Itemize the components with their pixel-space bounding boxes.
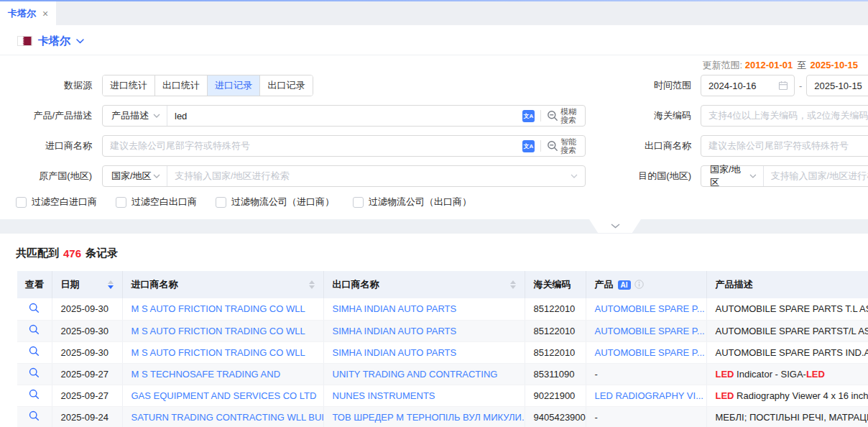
info-icon[interactable] bbox=[634, 280, 644, 289]
collapse-filters-button[interactable] bbox=[589, 219, 641, 233]
exporter-cell: UNITY TRADING AND CONTRACTING bbox=[323, 363, 525, 385]
update-range: 更新范围: 2012-01-01 至 2025-10-15 bbox=[0, 59, 868, 72]
importer-link[interactable]: SATURN TRADING CONTRACTING WLL BUI... bbox=[131, 412, 324, 423]
sort-date-button[interactable] bbox=[108, 280, 114, 289]
importer-link[interactable]: M S TECHNOSAFE TRADING AND bbox=[131, 369, 281, 380]
product-desc-cell: AUTOMOBILE SPARE PARTS T.L ASSY ... bbox=[706, 298, 868, 320]
table-row: 2025-09-27 M S TECHNOSAFE TRADING AND UN… bbox=[17, 363, 868, 385]
checkbox-filter-logistics-importer[interactable]: 过滤物流公司（进口商） bbox=[216, 196, 334, 208]
product-cell: AUTOMOBILE SPARE P... bbox=[586, 320, 706, 341]
product-cell: LED RADIOGRAPHY VI... bbox=[586, 385, 706, 406]
suffix-divider bbox=[540, 140, 541, 152]
hs-code-label: 海关编码 bbox=[586, 109, 691, 122]
checkbox-icon[interactable] bbox=[116, 197, 126, 208]
exporter-link[interactable]: SIMHA INDIAN AUTO PARTS bbox=[333, 303, 457, 314]
magnifier-icon bbox=[29, 367, 40, 378]
product-cell: - bbox=[586, 363, 706, 385]
table-row: 2025-09-24 SATURN TRADING CONTRACTING WL… bbox=[17, 406, 868, 427]
view-record-button[interactable] bbox=[29, 303, 40, 313]
exporter-cell: SIMHA INDIAN AUTO PARTS bbox=[323, 298, 525, 320]
chevron-down-icon[interactable] bbox=[571, 174, 578, 178]
translate-icon[interactable]: 文A bbox=[522, 110, 535, 122]
exporter-link[interactable]: NUNES INSTRUMENTS bbox=[333, 390, 435, 401]
exporter-link[interactable]: SIMHA INDIAN AUTO PARTS bbox=[333, 347, 457, 358]
fuzzy-search-button[interactable]: 模糊搜索 bbox=[547, 107, 578, 124]
button-import-stats[interactable]: 进口统计 bbox=[103, 75, 155, 96]
sort-importer-button[interactable] bbox=[309, 280, 315, 289]
importer-cell: M S AUTO FRICTION TRADING CO WLL bbox=[122, 341, 323, 363]
product-empty-value: - bbox=[595, 412, 598, 423]
importer-link[interactable]: M S AUTO FRICTION TRADING CO WLL bbox=[131, 347, 305, 358]
view-record-button[interactable] bbox=[29, 389, 40, 400]
update-range-to-word: 至 bbox=[797, 60, 806, 70]
view-record-button[interactable] bbox=[29, 410, 40, 421]
table-row: 2025-09-27 GAS EQUIPMENT AND SERVICES CO… bbox=[17, 385, 868, 406]
sort-exporter-button[interactable] bbox=[510, 280, 516, 289]
origin-search-input[interactable]: 支持输入国家/地区进行检索 bbox=[167, 166, 566, 186]
smart-search-label: 智能搜索 bbox=[560, 137, 578, 155]
date-cell: 2025-09-30 bbox=[52, 320, 122, 341]
view-record-button[interactable] bbox=[29, 324, 40, 335]
importer-link[interactable]: M S AUTO FRICTION TRADING CO WLL bbox=[131, 326, 305, 336]
exporter-cell: ТОВ ШРЕДЕР М ТЕРНОПІЛЬ ВУЛ МИКУЛИ... bbox=[323, 406, 525, 427]
exporter-cell: SIMHA INDIAN AUTO PARTS bbox=[323, 320, 525, 341]
table-row: 2025-09-30 M S AUTO FRICTION TRADING CO … bbox=[17, 320, 868, 341]
page-title: 卡塔尔 bbox=[38, 35, 70, 48]
date-from-input[interactable]: 2024-10-16 bbox=[701, 75, 795, 96]
importer-link[interactable]: M S AUTO FRICTION TRADING CO WLL bbox=[131, 303, 305, 314]
hs-code-cell: 85122010 bbox=[525, 341, 586, 363]
product-search-value: led bbox=[175, 111, 187, 121]
importer-link[interactable]: GAS EQUIPMENT AND SERVICES CO LTD bbox=[131, 390, 317, 401]
chevron-down-icon[interactable] bbox=[76, 39, 84, 44]
translate-icon[interactable]: 文A bbox=[522, 140, 535, 152]
ai-badge: AI bbox=[618, 280, 631, 290]
qatar-flag-icon bbox=[17, 36, 32, 46]
product-type-value: 产品描述 bbox=[111, 109, 149, 122]
importer-name-input[interactable]: 建议去除公司尾部字符或特殊符号 bbox=[103, 136, 518, 156]
chevron-down-icon bbox=[749, 174, 757, 178]
table-body: 2025-09-30 M S AUTO FRICTION TRADING CO … bbox=[17, 298, 868, 427]
product-link[interactable]: AUTOMOBILE SPARE P... bbox=[595, 347, 705, 358]
hs-code-input[interactable]: 支持4位以上海关编码，或2位海关编码加上 bbox=[701, 105, 868, 127]
button-export-stats[interactable]: 出口统计 bbox=[155, 75, 208, 96]
checkbox-filter-logistics-exporter[interactable]: 过滤物流公司（出口商） bbox=[353, 196, 471, 208]
button-export-records[interactable]: 出口记录 bbox=[260, 75, 313, 96]
calendar-icon bbox=[778, 81, 788, 91]
product-search-input[interactable]: led bbox=[167, 106, 518, 126]
view-record-button[interactable] bbox=[29, 367, 40, 378]
origin-country-select[interactable]: 国家/地区 bbox=[103, 166, 167, 186]
product-cell: AUTOMOBILE SPARE P... bbox=[586, 298, 706, 320]
exporter-name-input[interactable]: 建议去除公司尾部字符或特殊符号 bbox=[701, 135, 868, 157]
date-to-value: 2025-10-15 bbox=[814, 81, 862, 91]
magnifier-icon bbox=[29, 324, 40, 335]
close-icon[interactable]: × bbox=[42, 9, 48, 19]
column-product: 产品AI bbox=[586, 271, 706, 298]
checkbox-filter-blank-exporter[interactable]: 过滤空白出口商 bbox=[116, 196, 197, 208]
checkbox-filter-blank-importer[interactable]: 过滤空白进口商 bbox=[16, 196, 97, 208]
checkbox-icon[interactable] bbox=[216, 197, 226, 208]
view-record-button[interactable] bbox=[29, 346, 40, 357]
checkbox-icon[interactable] bbox=[353, 197, 364, 208]
exporter-name-placeholder: 建议去除公司尾部字符或特殊符号 bbox=[708, 139, 849, 152]
button-import-records[interactable]: 进口记录 bbox=[208, 75, 260, 96]
tab-bar: 卡塔尔 × bbox=[0, 1, 868, 25]
search-minus-icon bbox=[547, 110, 558, 121]
tab-qatar[interactable]: 卡塔尔 × bbox=[0, 1, 56, 25]
exporter-link[interactable]: ТОВ ШРЕДЕР М ТЕРНОПІЛЬ ВУЛ МИКУЛИ... bbox=[333, 412, 525, 423]
product-type-select[interactable]: 产品描述 bbox=[103, 106, 167, 126]
product-link[interactable]: LED RADIOGRAPHY VI... bbox=[595, 390, 703, 401]
product-link[interactable]: AUTOMOBILE SPARE P... bbox=[595, 303, 705, 314]
product-link[interactable]: AUTOMOBILE SPARE P... bbox=[595, 326, 705, 336]
importer-cell: M S AUTO FRICTION TRADING CO WLL bbox=[122, 320, 323, 341]
destination-search-input[interactable]: 支持输入国家/地区进行检索 bbox=[764, 166, 868, 186]
exporter-link[interactable]: UNITY TRADING AND CONTRACTING bbox=[333, 369, 498, 380]
column-exporter-label: 出口商名称 bbox=[333, 278, 379, 291]
checkbox-label: 过滤物流公司（进口商） bbox=[231, 196, 334, 208]
view-cell bbox=[17, 341, 52, 363]
destination-country-select[interactable]: 国家/地区 bbox=[701, 166, 764, 186]
checkbox-icon[interactable] bbox=[16, 197, 27, 208]
date-to-input[interactable]: 2025-10-15 bbox=[806, 75, 868, 96]
exporter-link[interactable]: SIMHA INDIAN AUTO PARTS bbox=[333, 326, 457, 336]
importer-cell: M S AUTO FRICTION TRADING CO WLL bbox=[122, 298, 323, 320]
smart-search-button[interactable]: 智能搜索 bbox=[547, 137, 578, 155]
